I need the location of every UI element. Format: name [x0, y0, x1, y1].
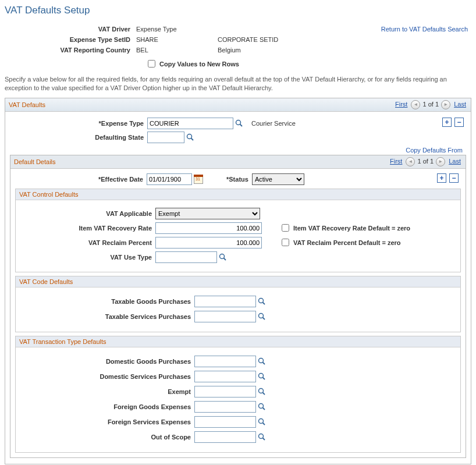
svg-point-16: [259, 403, 264, 408]
reclaim-pct-input[interactable]: [155, 237, 262, 249]
recovery-rate-input[interactable]: [155, 222, 262, 234]
oos-input[interactable]: [194, 431, 256, 443]
return-link[interactable]: Return to VAT Defaults Search: [381, 26, 468, 33]
vat-txn-defaults-title: VAT Transaction Type Defaults: [16, 336, 460, 347]
tax-goods-input[interactable]: [194, 296, 256, 307]
vat-control-defaults-section: VAT Control Defaults VAT Applicable Exem…: [15, 189, 461, 272]
defaulting-state-input[interactable]: [147, 132, 184, 143]
lookup-icon[interactable]: [258, 403, 266, 411]
svg-point-2: [187, 134, 192, 139]
lookup-icon[interactable]: [258, 372, 266, 381]
lookup-icon[interactable]: [258, 388, 266, 396]
nav-last[interactable]: Last: [454, 101, 466, 108]
nav-last[interactable]: Last: [449, 158, 461, 165]
dom-goods-label: Domestic Goods Purchases: [19, 358, 194, 365]
default-details-title: Default Details: [14, 158, 56, 165]
use-type-label: VAT Use Type: [19, 254, 155, 261]
tax-svc-input[interactable]: [194, 311, 256, 322]
tax-goods-label: Taxable Goods Purchases: [19, 298, 194, 305]
recovery-rate-label: Item VAT Recovery Rate: [19, 225, 155, 232]
lookup-icon[interactable]: [258, 313, 266, 321]
lookup-icon[interactable]: [219, 253, 227, 261]
status-select[interactable]: Active: [252, 173, 304, 185]
for-goods-label: Foreign Goods Expenses: [19, 403, 194, 410]
page-title: VAT Defaults Setup: [5, 5, 471, 16]
calendar-icon[interactable]: [194, 175, 203, 184]
for-svc-label: Foreign Services Expenses: [19, 418, 194, 425]
add-row-button[interactable]: +: [437, 173, 446, 183]
svg-point-18: [259, 418, 264, 423]
copy-defaults-from-link[interactable]: Copy Defaults From: [406, 147, 463, 154]
svg-line-5: [224, 258, 226, 260]
nav-prev-icon[interactable]: ◄: [411, 100, 420, 109]
svg-line-21: [263, 438, 265, 440]
reclaim-def-zero[interactable]: VAT Reclaim Percent Default = zero: [279, 237, 401, 248]
vat-applicable-select[interactable]: Exempt: [155, 208, 260, 219]
svg-point-4: [220, 254, 225, 258]
vat-driver-value: Expense Type: [134, 24, 214, 34]
eff-date-label: Effective Date: [15, 176, 147, 183]
svg-point-10: [259, 358, 264, 363]
status-label: *Status: [226, 176, 252, 183]
nav-first[interactable]: First: [395, 101, 407, 108]
svg-point-14: [259, 388, 264, 393]
nav-first[interactable]: First: [390, 158, 402, 165]
nav-next-icon[interactable]: ►: [441, 100, 450, 109]
vat-applicable-label: VAT Applicable: [19, 210, 155, 217]
setid-desc: CORPORATE SETID: [215, 35, 313, 44]
delete-row-button[interactable]: −: [454, 118, 464, 127]
dom-svc-input[interactable]: [194, 371, 256, 382]
vat-code-defaults-title: VAT Code Defaults: [16, 276, 460, 287]
default-details-section: Default Details First ◄ 1 of 1 ► Last + …: [10, 155, 466, 458]
nav-next-icon[interactable]: ►: [436, 157, 445, 166]
dom-goods-input[interactable]: [194, 356, 256, 367]
lookup-icon[interactable]: [186, 133, 194, 141]
country-desc: Belgium: [215, 45, 313, 55]
setid-value: SHARE: [134, 35, 214, 44]
expense-type-desc: Courier Service: [243, 120, 296, 127]
vat-code-defaults-section: VAT Code Defaults Taxable Goods Purchase…: [15, 276, 461, 332]
svg-line-15: [263, 392, 265, 395]
svg-point-8: [259, 313, 264, 318]
copy-values-checkbox[interactable]: [148, 60, 155, 68]
lookup-icon[interactable]: [235, 119, 243, 127]
exempt-label: Exempt: [19, 388, 194, 395]
eff-date-input[interactable]: [147, 173, 192, 185]
reclaim-pct-label: VAT Reclaim Percent: [19, 239, 155, 246]
vat-defaults-toolbar: + −: [441, 118, 464, 127]
add-row-button[interactable]: +: [442, 118, 452, 127]
svg-line-19: [263, 423, 265, 425]
svg-point-0: [236, 120, 241, 125]
defaulting-state-label: Defaulting State: [10, 134, 147, 141]
vat-defaults-section: VAT Defaults First ◄ 1 of 1 ► Last + − E…: [5, 98, 471, 464]
lookup-icon[interactable]: [258, 297, 266, 306]
nav-pos: 1 of 1: [423, 101, 439, 108]
for-svc-input[interactable]: [194, 416, 256, 428]
copy-values-label[interactable]: Copy Values to New Rows: [145, 58, 239, 69]
recovery-def-zero-checkbox[interactable]: [282, 224, 289, 232]
use-type-input[interactable]: [155, 251, 217, 263]
for-goods-input[interactable]: [194, 401, 256, 413]
dom-svc-label: Domestic Services Purchases: [19, 373, 194, 380]
tax-svc-label: Taxable Services Purchases: [19, 313, 194, 320]
svg-point-6: [259, 298, 264, 303]
oos-label: Out of Scope: [19, 434, 194, 441]
default-details-nav: First ◄ 1 of 1 ► Last: [389, 157, 462, 166]
recovery-def-zero[interactable]: Item VAT Recovery Rate Default = zero: [279, 222, 410, 233]
svg-line-3: [191, 138, 194, 140]
lookup-icon[interactable]: [258, 433, 266, 441]
lookup-icon[interactable]: [258, 357, 266, 365]
vat-driver-label: VAT Driver: [6, 24, 133, 34]
svg-line-7: [263, 302, 265, 304]
instruction-text: Specify a value below for all the requir…: [5, 75, 471, 93]
exempt-input[interactable]: [194, 386, 256, 397]
country-value: BEL: [134, 45, 214, 55]
nav-prev-icon[interactable]: ◄: [406, 157, 415, 166]
reclaim-def-zero-checkbox[interactable]: [282, 239, 289, 246]
lookup-icon[interactable]: [258, 418, 266, 426]
svg-line-9: [263, 317, 265, 320]
delete-row-button[interactable]: −: [449, 173, 459, 183]
nav-pos: 1 of 1: [418, 158, 434, 165]
setid-label: Expense Type SetID: [6, 35, 133, 44]
expense-type-input[interactable]: [147, 118, 233, 129]
